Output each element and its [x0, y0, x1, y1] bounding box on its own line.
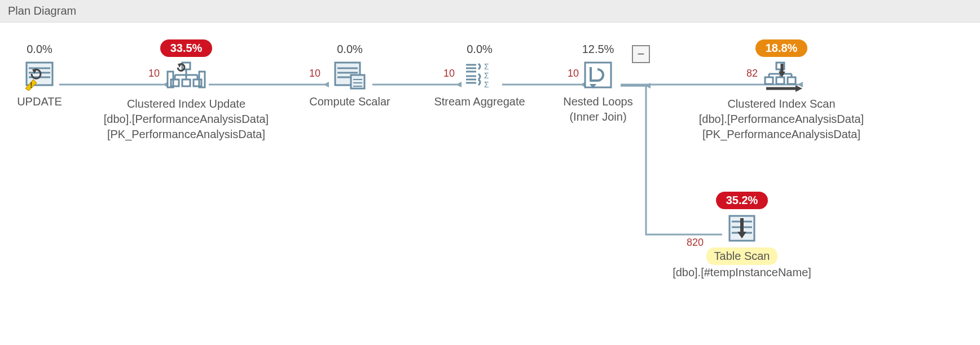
svg-rect-46 — [776, 77, 784, 84]
node-nested-loops[interactable]: 12.5% Nested Loops (Inner Join) — [550, 43, 646, 125]
cost-badge: 33.5% — [160, 39, 213, 57]
cost-label: 12.5% — [582, 43, 614, 56]
svg-marker-24 — [178, 64, 182, 68]
clustered-index-scan-icon — [759, 60, 803, 93]
node-title: Clustered Index Scan — [688, 96, 874, 112]
node-detail: [dbo].[PerformanceAnalysisData] — [93, 112, 279, 127]
svg-text:Σ: Σ — [484, 80, 489, 89]
cost-label: 0.0% — [337, 43, 363, 56]
clustered-index-update-icon — [166, 60, 206, 93]
stream-aggregate-icon: Σ Σ Σ — [462, 59, 498, 91]
node-clustered-index-scan[interactable]: 18.8% Clustered Index Scan [dbo].[Perfor… — [688, 39, 874, 142]
svg-rect-42 — [585, 63, 611, 87]
svg-text:Σ: Σ — [484, 71, 489, 80]
panel-title: Plan Diagram — [8, 5, 76, 17]
table-scan-icon — [725, 213, 759, 244]
svg-text:!: ! — [30, 81, 33, 90]
cost-label: 0.0% — [467, 43, 493, 56]
cost-label: 0.0% — [27, 43, 52, 56]
cost-badge: 35.2% — [716, 192, 768, 209]
node-update[interactable]: 0.0% ! UPDATE — [6, 43, 73, 109]
node-title: Compute Scalar — [293, 94, 406, 109]
update-icon: ! — [23, 59, 56, 91]
svg-rect-14 — [171, 79, 179, 86]
svg-text:Σ: Σ — [484, 62, 489, 71]
nested-loops-icon — [582, 59, 614, 91]
node-title: UPDATE — [6, 94, 73, 109]
svg-marker-54 — [796, 85, 802, 92]
node-stream-aggregate[interactable]: 0.0% Σ Σ Σ Stream Aggregate — [423, 43, 536, 109]
cost-badge: 18.8% — [755, 39, 808, 57]
node-clustered-index-update[interactable]: 33.5% Clustered Index Update [dbo].[Perf… — [93, 39, 279, 142]
svg-rect-47 — [788, 77, 796, 84]
node-title: Clustered Index Update — [93, 96, 279, 112]
node-detail: [dbo].[#tempInstanceName] — [657, 265, 827, 280]
compute-scalar-icon — [332, 59, 368, 91]
node-detail: [PK_PerformanceAnalysisData] — [93, 127, 279, 142]
svg-rect-45 — [765, 77, 773, 84]
node-subtitle: (Inner Join) — [550, 109, 646, 125]
panel-header: Plan Diagram — [0, 0, 980, 23]
node-detail: [dbo].[PerformanceAnalysisData] — [688, 112, 874, 127]
node-title: Nested Loops — [550, 94, 646, 109]
plan-canvas[interactable]: 10 10 10 10 82 820 − 0.0% ! UPDATE 33.5% — [0, 23, 980, 338]
node-title: Table Scan — [706, 247, 778, 265]
svg-rect-16 — [194, 79, 201, 86]
svg-rect-15 — [182, 79, 190, 86]
node-compute-scalar[interactable]: 0.0% Compute Scalar — [293, 43, 406, 109]
node-title: Stream Aggregate — [423, 94, 536, 109]
node-detail: [PK_PerformanceAnalysisData] — [688, 127, 874, 142]
node-table-scan[interactable]: 35.2% Table Scan [dbo].[#tempInstanceNam… — [657, 192, 827, 280]
